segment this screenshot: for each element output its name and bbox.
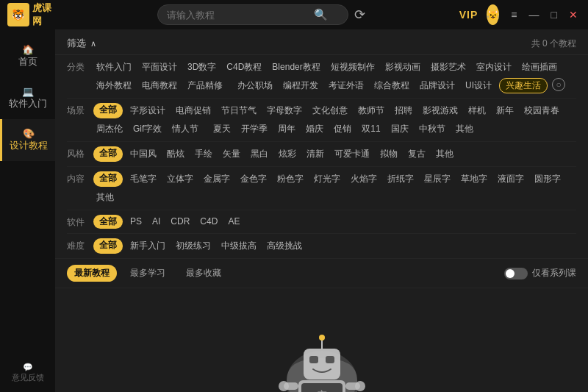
tag-other-scene[interactable]: 其他 bbox=[453, 121, 476, 137]
tag-origami[interactable]: 折纸字 bbox=[384, 171, 417, 187]
tag-scene-all[interactable]: 全部 bbox=[93, 103, 123, 118]
tag-exam[interactable]: 考证外语 bbox=[326, 78, 367, 93]
tag-c4d-soft[interactable]: C4D bbox=[197, 215, 220, 229]
tag-graphic-design[interactable]: 平面设计 bbox=[139, 60, 180, 75]
tag-brush[interactable]: 毛笔字 bbox=[127, 171, 159, 187]
tag-mockup[interactable]: 样机 bbox=[465, 103, 489, 118]
tag-product[interactable]: 产品精修 bbox=[184, 78, 226, 93]
tag-brand[interactable]: 品牌设计 bbox=[417, 78, 458, 93]
tag-promo[interactable]: 促销 bbox=[331, 121, 354, 137]
tag-neon[interactable]: 灯光字 bbox=[311, 171, 343, 187]
series-toggle-switch[interactable] bbox=[504, 268, 528, 279]
tag-vector[interactable]: 矢量 bbox=[220, 146, 243, 162]
tag-elementary[interactable]: 初级练习 bbox=[173, 238, 214, 254]
avatar[interactable]: 😺 bbox=[487, 4, 499, 25]
tag-software-intro[interactable]: 软件入门 bbox=[93, 60, 135, 75]
tag-font-design[interactable]: 字形设计 bbox=[127, 103, 168, 118]
tag-cool[interactable]: 酷炫 bbox=[164, 146, 187, 162]
tag-bw[interactable]: 黑白 bbox=[248, 146, 271, 162]
tag-overseas[interactable]: 海外教程 bbox=[93, 78, 135, 93]
tag-ps[interactable]: PS bbox=[127, 215, 145, 229]
tag-jay[interactable]: 周杰伦 bbox=[93, 121, 126, 137]
close-btn[interactable]: ✕ bbox=[566, 7, 581, 22]
tag-fresh[interactable]: 清新 bbox=[304, 146, 327, 162]
tag-recruit[interactable]: 招聘 bbox=[392, 103, 415, 118]
tag-school-start[interactable]: 开学季 bbox=[238, 121, 270, 137]
tag-mid-autumn[interactable]: 中秋节 bbox=[416, 121, 448, 137]
tag-colorful[interactable]: 炫彩 bbox=[276, 146, 299, 162]
vip-badge[interactable]: VIP bbox=[459, 9, 478, 21]
tag-short-video[interactable]: 短视频制作 bbox=[328, 60, 378, 75]
tag-office[interactable]: 办公职场 bbox=[234, 78, 276, 93]
tag-content-all[interactable]: 全部 bbox=[93, 171, 123, 187]
tag-illustration[interactable]: 绘画插画 bbox=[519, 60, 560, 75]
maximize-btn[interactable]: □ bbox=[548, 7, 560, 22]
tag-wedding[interactable]: 婚庆 bbox=[303, 121, 326, 137]
tag-gif[interactable]: Gif字效 bbox=[130, 121, 165, 137]
tag-culture[interactable]: 文化创意 bbox=[309, 103, 351, 118]
tag-other-content[interactable]: 其他 bbox=[93, 190, 117, 205]
tag-national-day[interactable]: 国庆 bbox=[388, 121, 412, 137]
menu-btn[interactable]: ≡ bbox=[508, 7, 520, 22]
tag-hobby[interactable]: 兴趣生活 bbox=[499, 78, 548, 93]
minimize-btn[interactable]: — bbox=[526, 7, 542, 22]
tag-handdrawn[interactable]: 手绘 bbox=[192, 146, 215, 162]
tag-film[interactable]: 影视动画 bbox=[382, 60, 423, 75]
tag-ui[interactable]: UI设计 bbox=[462, 78, 495, 93]
tag-ecommerce[interactable]: 电商教程 bbox=[139, 78, 180, 93]
sort-most-learned[interactable]: 最多学习 bbox=[123, 265, 173, 282]
tag-c4d[interactable]: C4D教程 bbox=[223, 60, 265, 75]
tag-beginner[interactable]: 新手入门 bbox=[127, 238, 168, 254]
tag-grass[interactable]: 草地字 bbox=[458, 171, 490, 187]
search-input[interactable] bbox=[167, 10, 314, 21]
tag-interior[interactable]: 室内设计 bbox=[473, 60, 514, 75]
tag-ai[interactable]: AI bbox=[149, 215, 163, 229]
tag-more-circle[interactable]: ○ bbox=[552, 78, 565, 91]
tag-holiday[interactable]: 节日节气 bbox=[218, 103, 259, 118]
tag-chinese[interactable]: 中国风 bbox=[127, 146, 159, 162]
tag-3d-text[interactable]: 立体字 bbox=[164, 171, 196, 187]
tag-general[interactable]: 综合教程 bbox=[371, 78, 412, 93]
tag-3d[interactable]: 3D数字 bbox=[184, 60, 219, 75]
sidebar-item-design[interactable]: 🎨 设计教程 bbox=[0, 119, 55, 161]
tag-photo[interactable]: 摄影艺术 bbox=[428, 60, 469, 75]
tag-retro[interactable]: 复古 bbox=[405, 146, 429, 162]
tag-letter-number[interactable]: 字母数字 bbox=[264, 103, 305, 118]
tag-fire[interactable]: 火焰字 bbox=[348, 171, 380, 187]
feedback-button[interactable]: 💬 意见反馈 bbox=[12, 363, 44, 383]
tag-cute-cartoon[interactable]: 可爱卡通 bbox=[331, 146, 373, 162]
sidebar-item-software[interactable]: 💻 软件入门 bbox=[0, 77, 55, 119]
tag-valentine[interactable]: 情人节 bbox=[169, 121, 201, 137]
tag-advanced[interactable]: 高级挑战 bbox=[264, 238, 305, 254]
tag-double11[interactable]: 双11 bbox=[359, 121, 383, 137]
search-input-wrap[interactable]: 🔍 bbox=[157, 4, 348, 25]
tag-liquid[interactable]: 液面字 bbox=[495, 171, 527, 187]
tag-intermediate[interactable]: 中级拔高 bbox=[218, 238, 259, 254]
tag-blender[interactable]: Blender教程 bbox=[269, 60, 323, 75]
tag-coding[interactable]: 编程开发 bbox=[280, 78, 321, 93]
sort-latest[interactable]: 最新教程 bbox=[67, 265, 117, 282]
tag-other-style[interactable]: 其他 bbox=[433, 146, 456, 162]
series-toggle[interactable]: 仅看系列课 bbox=[504, 267, 576, 279]
tag-metal[interactable]: 金属字 bbox=[201, 171, 233, 187]
tag-ecommerce-promo[interactable]: 电商促销 bbox=[173, 103, 214, 118]
tag-teacher[interactable]: 教师节 bbox=[355, 103, 387, 118]
tag-film-game[interactable]: 影视游戏 bbox=[420, 103, 461, 118]
logo[interactable]: 🐯 虎课网 bbox=[7, 1, 59, 28]
tag-campus[interactable]: 校园青春 bbox=[521, 103, 562, 118]
tag-difficulty-all[interactable]: 全部 bbox=[93, 238, 123, 254]
tag-skeuomorph[interactable]: 拟物 bbox=[377, 146, 401, 162]
tag-star[interactable]: 星辰字 bbox=[421, 171, 453, 187]
tag-new-year[interactable]: 新年 bbox=[493, 103, 517, 118]
tag-anniversary[interactable]: 周年 bbox=[275, 121, 298, 137]
tag-pink[interactable]: 粉色字 bbox=[274, 171, 306, 187]
sort-most-collected[interactable]: 最多收藏 bbox=[179, 265, 229, 282]
tag-gold[interactable]: 金色字 bbox=[237, 171, 270, 187]
tag-ae[interactable]: AE bbox=[225, 215, 243, 229]
tag-circle-text[interactable]: 圆形字 bbox=[531, 171, 564, 187]
history-icon[interactable]: ⟳ bbox=[354, 7, 365, 23]
filter-toggle[interactable]: 筛选 ∧ bbox=[67, 37, 96, 50]
tag-software-all[interactable]: 全部 bbox=[93, 215, 123, 229]
tag-summer[interactable]: 夏天 bbox=[210, 121, 234, 137]
sidebar-item-home[interactable]: 🏠 首页 bbox=[0, 35, 55, 77]
